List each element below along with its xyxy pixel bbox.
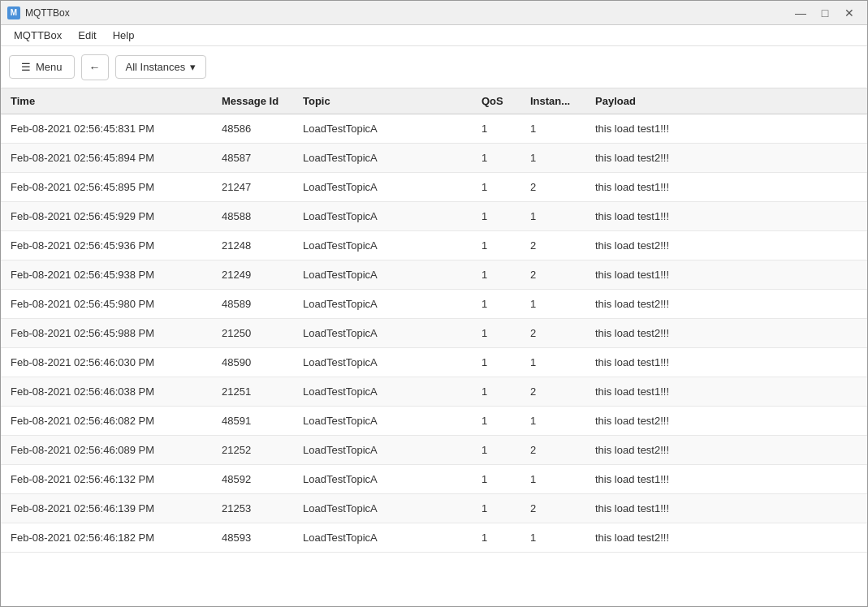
cell-topic: LoadTestTopicA	[293, 173, 472, 202]
cell-qos: 1	[472, 202, 520, 231]
back-arrow-icon: ←	[89, 61, 101, 74]
table-row[interactable]: Feb-08-2021 02:56:45:980 PM48589LoadTest…	[1, 290, 867, 319]
cell-instance: 1	[520, 348, 585, 377]
cell-payload: this load test2!!!	[585, 523, 867, 553]
cell-message-id: 48589	[212, 290, 293, 319]
table-row[interactable]: Feb-08-2021 02:56:45:938 PM21249LoadTest…	[1, 260, 867, 290]
cell-message-id: 21252	[212, 436, 293, 465]
header-topic: Topic	[293, 88, 472, 114]
cell-topic: LoadTestTopicA	[293, 377, 472, 407]
cell-instance: 1	[520, 290, 585, 319]
cell-topic: LoadTestTopicA	[293, 290, 472, 319]
cell-time: Feb-08-2021 02:56:46:132 PM	[1, 465, 212, 494]
table-row[interactable]: Feb-08-2021 02:56:45:929 PM48588LoadTest…	[1, 202, 867, 231]
minimize-button[interactable]: —	[789, 4, 812, 22]
cell-payload: this load test2!!!	[585, 231, 867, 260]
cell-message-id: 48586	[212, 114, 293, 144]
cell-instance: 2	[520, 494, 585, 523]
cell-instance: 1	[520, 144, 585, 173]
cell-payload: this load test1!!!	[585, 465, 867, 494]
menu-edit[interactable]: Edit	[71, 28, 102, 43]
table-row[interactable]: Feb-08-2021 02:56:45:894 PM48587LoadTest…	[1, 144, 867, 173]
cell-qos: 1	[472, 407, 520, 436]
header-time: Time	[1, 88, 212, 114]
cell-payload: this load test1!!!	[585, 494, 867, 523]
cell-instance: 2	[520, 319, 585, 348]
cell-time: Feb-08-2021 02:56:45:938 PM	[1, 260, 212, 290]
all-instances-label: All Instances	[126, 61, 186, 73]
cell-message-id: 21250	[212, 319, 293, 348]
cell-time: Feb-08-2021 02:56:46:139 PM	[1, 494, 212, 523]
cell-instance: 2	[520, 377, 585, 407]
cell-message-id: 21249	[212, 260, 293, 290]
cell-time: Feb-08-2021 02:56:45:980 PM	[1, 290, 212, 319]
cell-instance: 1	[520, 202, 585, 231]
close-button[interactable]: ✕	[838, 4, 861, 22]
cell-qos: 1	[472, 260, 520, 290]
cell-qos: 1	[472, 523, 520, 553]
cell-qos: 1	[472, 348, 520, 377]
all-instances-button[interactable]: All Instances ▾	[115, 55, 207, 79]
back-button[interactable]: ←	[81, 54, 109, 80]
cell-payload: this load test2!!!	[585, 436, 867, 465]
cell-topic: LoadTestTopicA	[293, 202, 472, 231]
cell-qos: 1	[472, 290, 520, 319]
table-row[interactable]: Feb-08-2021 02:56:45:988 PM21250LoadTest…	[1, 319, 867, 348]
cell-time: Feb-08-2021 02:56:45:895 PM	[1, 173, 212, 202]
cell-topic: LoadTestTopicA	[293, 494, 472, 523]
cell-message-id: 48593	[212, 523, 293, 553]
cell-payload: this load test2!!!	[585, 319, 867, 348]
cell-time: Feb-08-2021 02:56:45:929 PM	[1, 202, 212, 231]
table-row[interactable]: Feb-08-2021 02:56:45:895 PM21247LoadTest…	[1, 173, 867, 202]
cell-topic: LoadTestTopicA	[293, 114, 472, 144]
cell-payload: this load test1!!!	[585, 377, 867, 407]
table-row[interactable]: Feb-08-2021 02:56:45:831 PM48586LoadTest…	[1, 114, 867, 144]
cell-qos: 1	[472, 494, 520, 523]
cell-time: Feb-08-2021 02:56:45:894 PM	[1, 144, 212, 173]
message-table-container[interactable]: Time Message Id Topic QoS Instan... Payl…	[1, 88, 867, 606]
cell-message-id: 21253	[212, 494, 293, 523]
cell-instance: 1	[520, 114, 585, 144]
cell-qos: 1	[472, 436, 520, 465]
table-row[interactable]: Feb-08-2021 02:56:46:038 PM21251LoadTest…	[1, 377, 867, 407]
cell-instance: 1	[520, 523, 585, 553]
cell-message-id: 21247	[212, 173, 293, 202]
cell-instance: 2	[520, 436, 585, 465]
cell-instance: 2	[520, 231, 585, 260]
cell-qos: 1	[472, 114, 520, 144]
chevron-down-icon: ▾	[190, 61, 196, 73]
cell-message-id: 48587	[212, 144, 293, 173]
table-row[interactable]: Feb-08-2021 02:56:46:139 PM21253LoadTest…	[1, 494, 867, 523]
maximize-button[interactable]: □	[814, 4, 836, 22]
table-body: Feb-08-2021 02:56:45:831 PM48586LoadTest…	[1, 114, 867, 553]
cell-qos: 1	[472, 377, 520, 407]
cell-payload: this load test1!!!	[585, 114, 867, 144]
table-row[interactable]: Feb-08-2021 02:56:46:089 PM21252LoadTest…	[1, 436, 867, 465]
cell-topic: LoadTestTopicA	[293, 465, 472, 494]
title-bar: M MQTTBox — □ ✕	[1, 1, 867, 25]
table-row[interactable]: Feb-08-2021 02:56:45:936 PM21248LoadTest…	[1, 231, 867, 260]
header-instance: Instan...	[520, 88, 585, 114]
table-row[interactable]: Feb-08-2021 02:56:46:082 PM48591LoadTest…	[1, 407, 867, 436]
table-row[interactable]: Feb-08-2021 02:56:46:030 PM48590LoadTest…	[1, 348, 867, 377]
cell-topic: LoadTestTopicA	[293, 348, 472, 377]
hamburger-icon: ☰	[21, 61, 31, 73]
window-title: MQTTBox	[25, 7, 70, 19]
table-header-row: Time Message Id Topic QoS Instan... Payl…	[1, 88, 867, 114]
cell-payload: this load test2!!!	[585, 290, 867, 319]
cell-qos: 1	[472, 173, 520, 202]
cell-message-id: 48592	[212, 465, 293, 494]
cell-time: Feb-08-2021 02:56:46:038 PM	[1, 377, 212, 407]
table-row[interactable]: Feb-08-2021 02:56:46:182 PM48593LoadTest…	[1, 523, 867, 553]
cell-message-id: 48588	[212, 202, 293, 231]
cell-time: Feb-08-2021 02:56:45:936 PM	[1, 231, 212, 260]
header-message-id: Message Id	[212, 88, 293, 114]
menu-mqttbox[interactable]: MQTTBox	[7, 28, 68, 43]
window-controls: — □ ✕	[789, 4, 861, 22]
menu-help[interactable]: Help	[106, 28, 141, 43]
menu-button[interactable]: ☰ Menu	[9, 55, 75, 79]
menu-button-label: Menu	[36, 61, 63, 73]
cell-topic: LoadTestTopicA	[293, 407, 472, 436]
toolbar: ☰ Menu ← All Instances ▾	[1, 46, 867, 88]
table-row[interactable]: Feb-08-2021 02:56:46:132 PM48592LoadTest…	[1, 465, 867, 494]
